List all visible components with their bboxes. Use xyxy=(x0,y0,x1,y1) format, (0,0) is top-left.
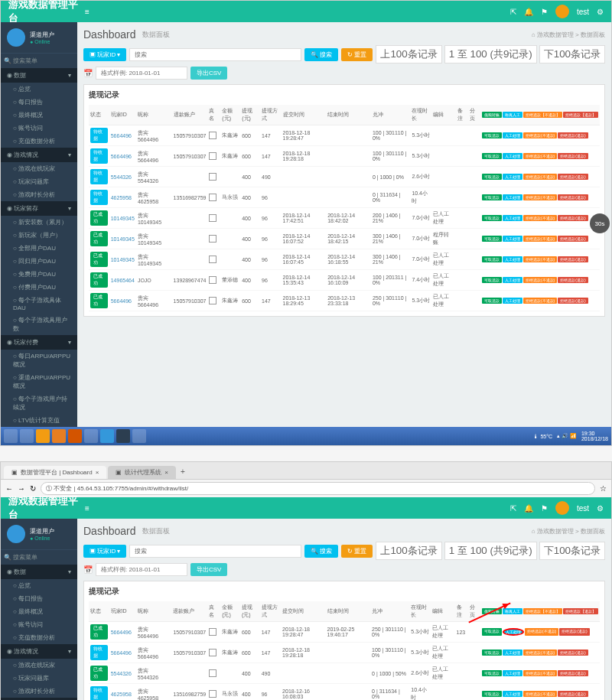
calendar-icon[interactable]: 📅 xyxy=(83,69,93,77)
sidebar-item[interactable]: ○ 每个子游戏具用户数 xyxy=(1,314,77,335)
row-action[interactable]: 拒绝选款(不退款) xyxy=(523,236,557,242)
sidebar-item[interactable]: ○ 总览 xyxy=(1,83,77,96)
reload-icon[interactable]: ↻ xyxy=(30,484,36,493)
sidebar-item[interactable]: ○ 游戏在线玩家 xyxy=(1,659,77,672)
row-action[interactable]: 可取选款 xyxy=(482,194,502,200)
sidebar-item[interactable]: ○ 每日ARPU/ARPPU概况 xyxy=(1,350,77,371)
sidebar-heading[interactable]: ◉ 玩家付费▾ xyxy=(1,335,77,350)
gear-icon[interactable]: ⚙ xyxy=(597,504,604,513)
row-action[interactable]: 可取选款 xyxy=(482,215,502,221)
row-action[interactable]: 拒绝选款(不退款) xyxy=(523,670,557,676)
float-timer[interactable]: 30s xyxy=(590,213,610,233)
bell-icon[interactable]: 🔔 xyxy=(524,504,533,513)
header-action[interactable]: 称真人工 xyxy=(503,608,522,614)
gear-icon[interactable]: ⚙ xyxy=(597,8,604,16)
sidebar-item[interactable]: ○ 付费用户DAU xyxy=(1,281,77,294)
row-action[interactable]: 可取选款 xyxy=(482,236,502,242)
sidebar-item[interactable]: ○ 玩家问题库 xyxy=(1,175,77,188)
task-icon[interactable] xyxy=(132,429,146,443)
player-id-dropdown[interactable]: ▣ 玩家ID ▾ xyxy=(83,48,126,61)
row-action[interactable]: 人工处理 xyxy=(503,132,522,138)
tray-icons[interactable]: ▴ 🔊 📶 xyxy=(557,433,577,439)
row-action[interactable]: 拒绝选款(不退款) xyxy=(523,194,557,200)
row-action[interactable]: 可取选款 xyxy=(482,277,502,283)
player-id[interactable]: 10149345 xyxy=(109,229,136,249)
copy-icon[interactable] xyxy=(209,276,216,284)
row-action[interactable]: 可取选款 xyxy=(482,132,502,138)
row-action[interactable]: 可取选款 xyxy=(482,628,502,636)
row-action[interactable]: 拒绝选款(退款) xyxy=(558,236,588,242)
row-action[interactable]: 人工处理 xyxy=(503,650,522,656)
player-id[interactable]: 4625958 xyxy=(109,187,136,208)
menu-toggle-icon[interactable]: ≡ xyxy=(85,8,90,16)
sidebar-item[interactable]: ○ 每个子游戏用户持续况 xyxy=(1,392,77,414)
sidebar-heading[interactable]: ◉ 游戏情况▾ xyxy=(1,148,77,162)
row-action[interactable]: 人工处理 xyxy=(503,236,522,242)
task-icon[interactable] xyxy=(20,429,34,443)
header-action[interactable]: 拒绝选款【不退款】 xyxy=(523,608,562,614)
flag-icon[interactable]: ⚑ xyxy=(541,504,548,513)
avatar[interactable] xyxy=(555,501,569,515)
search-input[interactable] xyxy=(129,545,301,558)
search-button[interactable]: 🔍 搜索 xyxy=(304,545,338,558)
copy-icon[interactable] xyxy=(209,256,216,263)
sidebar-item[interactable]: ○ 回归用户DAU xyxy=(1,255,77,268)
menu-toggle-icon[interactable]: ≡ xyxy=(85,504,90,513)
row-action[interactable]: 拒绝选款(不退款) xyxy=(523,650,557,656)
player-id[interactable]: 5664496 xyxy=(109,291,136,311)
header-action[interactable]: 拒绝选款【不退款】 xyxy=(523,112,562,118)
task-icon[interactable] xyxy=(100,429,114,443)
sidebar-item[interactable]: ○ 新玩家（用户） xyxy=(1,229,77,242)
reset-button[interactable]: ↻ 重置 xyxy=(341,48,373,61)
link-icon[interactable]: ⇱ xyxy=(510,504,516,513)
bell-icon[interactable]: 🔔 xyxy=(524,8,533,16)
player-id[interactable]: 5664496 xyxy=(109,125,136,146)
sidebar-item[interactable]: ○ 最终概况 xyxy=(1,109,77,122)
sidebar-item[interactable]: ○ 最终概况 xyxy=(1,605,77,618)
row-action[interactable]: 可取选款 xyxy=(482,670,502,676)
header-action[interactable]: 低额转账 xyxy=(482,112,502,118)
user-label[interactable]: test xyxy=(577,8,589,16)
player-id-dropdown[interactable]: ▣ 玩家ID ▾ xyxy=(83,545,126,558)
row-action[interactable]: 可取选款 xyxy=(482,153,502,159)
sidebar-item[interactable]: ○ 充值数据分析 xyxy=(1,135,77,148)
row-action[interactable]: 拒绝选款(不退款) xyxy=(523,277,557,283)
start-icon[interactable] xyxy=(4,429,18,443)
new-tab-icon[interactable]: + xyxy=(177,464,188,479)
row-action[interactable]: 可取选款 xyxy=(482,691,502,697)
sidebar-heading[interactable]: ◉ 玩家留存▾ xyxy=(1,201,77,216)
row-action[interactable]: 拒绝选款(退款) xyxy=(558,670,588,676)
row-action[interactable]: 拒绝选款(退款) xyxy=(558,650,588,656)
sidebar-item[interactable]: ○ 每日报告 xyxy=(1,592,77,605)
row-action[interactable]: 拒绝选款(不退款) xyxy=(523,298,557,304)
player-id[interactable]: 4625958 xyxy=(109,684,136,701)
forward-icon[interactable]: → xyxy=(18,484,25,493)
sidebar-item[interactable]: ○ 总览 xyxy=(1,579,77,592)
player-id[interactable]: 5664496 xyxy=(109,146,136,167)
row-action[interactable]: 可取选款 xyxy=(482,174,502,180)
sidebar-item[interactable]: ○ 账号访问 xyxy=(1,618,77,631)
star-icon[interactable]: ☆ xyxy=(600,484,607,493)
user-label[interactable]: test xyxy=(577,504,589,513)
row-action[interactable]: 人工处理 xyxy=(503,194,522,200)
copy-icon[interactable] xyxy=(209,214,216,222)
row-action[interactable]: 可取选款 xyxy=(482,298,502,304)
sidebar-item[interactable]: ○ 游戏在线玩家 xyxy=(1,162,77,175)
calendar-icon[interactable]: 📅 xyxy=(83,565,93,574)
row-action[interactable]: 拒绝选款(退款) xyxy=(559,628,589,636)
copy-icon[interactable] xyxy=(209,628,216,636)
sidebar-item[interactable]: ○ 每个子游戏具体DAU xyxy=(1,294,77,314)
sidebar-heading[interactable]: ◉ 游戏情况▾ xyxy=(1,644,77,659)
copy-icon[interactable] xyxy=(209,132,216,139)
row-action[interactable]: 拒绝选款(退款) xyxy=(558,256,588,262)
sidebar-item[interactable]: ○ 游戏时长分析 xyxy=(1,685,77,698)
row-action[interactable]: 拒绝选款(不退款) xyxy=(525,628,558,636)
sidebar-item[interactable]: ○ 渠道ARPU/ARPPU概况 xyxy=(1,371,77,392)
header-action[interactable]: 拒绝选款【退款】 xyxy=(563,608,598,614)
sidebar-item[interactable]: ○ LTV统计算充值 xyxy=(1,414,77,427)
row-action[interactable]: 拒绝选款(退款) xyxy=(558,194,588,200)
row-action[interactable]: 人工处理 xyxy=(503,670,522,676)
search-input[interactable] xyxy=(129,48,301,61)
next-page-button[interactable]: 下100条记录 xyxy=(539,542,605,560)
player-id[interactable]: 10149345 xyxy=(109,249,136,270)
